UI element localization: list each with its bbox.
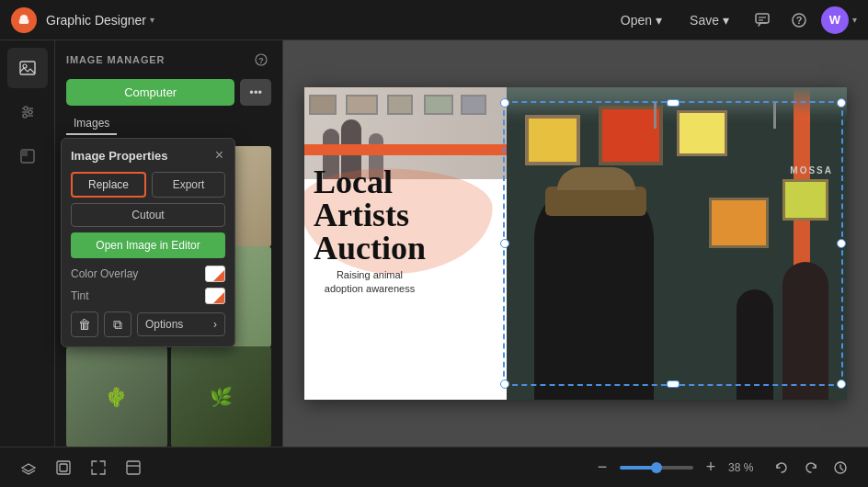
zoom-in-button[interactable]: + (699, 456, 723, 480)
svg-rect-19 (127, 461, 140, 474)
headline-line1: Local (314, 165, 426, 198)
image-thumb-5[interactable]: 🌵 (66, 346, 167, 447)
topbar-icons: ? W ▾ (748, 6, 857, 35)
bottom-right-icons (769, 455, 853, 481)
svg-point-12 (23, 114, 27, 118)
help-icon-button[interactable]: ? (784, 6, 814, 35)
timer-button[interactable] (828, 455, 853, 481)
zoom-slider[interactable] (620, 466, 693, 470)
svg-rect-18 (60, 464, 67, 471)
color-overlay-label: Color Overlay (71, 267, 138, 280)
options-label: Options (145, 318, 183, 331)
tint-row: Tint (71, 288, 225, 304)
open-editor-button[interactable]: Open Image in Editor (71, 232, 225, 258)
orange-bar (304, 144, 507, 155)
img-props-action-row: Replace Export (71, 172, 225, 198)
app-title-button[interactable]: Graphic Designer ▾ (46, 13, 154, 28)
subtitle-line1: Raising animal (314, 268, 426, 282)
sidebar-images-button[interactable] (7, 48, 48, 88)
frame-button[interactable] (50, 454, 77, 481)
image-thumb-6[interactable]: 🌿 (171, 346, 272, 447)
svg-rect-14 (21, 150, 28, 156)
subtitle-line2: adoption awareness (314, 282, 426, 296)
design-canvas: Local Artists Auction Raising animal ado… (304, 87, 847, 400)
duplicate-button[interactable]: ⧉ (104, 311, 131, 337)
svg-point-10 (24, 107, 28, 110)
svg-point-11 (29, 110, 32, 114)
design-right-image: MOSSA (507, 87, 847, 400)
panel-upload-row: Computer ••• (55, 75, 282, 113)
color-overlay-swatch[interactable] (205, 266, 225, 282)
save-label: Save (690, 13, 719, 28)
svg-text:?: ? (258, 56, 264, 65)
zoom-percent: 38 % (728, 461, 761, 474)
color-overlay-row: Color Overlay (71, 266, 225, 282)
layers-button[interactable] (15, 454, 42, 481)
app-title-chevron: ▾ (150, 15, 154, 25)
upload-computer-button[interactable]: Computer (66, 79, 234, 106)
options-chevron: › (213, 318, 217, 331)
replace-button[interactable]: Replace (71, 172, 146, 198)
panel-title: IMAGE MANAGER (66, 54, 165, 65)
images-tab[interactable]: Images (66, 113, 117, 135)
canvas-area: Local Artists Auction Raising animal ado… (283, 40, 868, 447)
upload-more-button[interactable]: ••• (240, 79, 271, 106)
open-menu-button[interactable]: Open ▾ (611, 9, 671, 31)
svg-rect-5 (20, 62, 35, 74)
img-props-title: Image Properties (71, 149, 168, 163)
cutout-button[interactable]: Cutout (71, 203, 225, 227)
expand-button[interactable] (120, 454, 147, 481)
img-props-header: Image Properties × (71, 148, 225, 163)
bottom-tools-row: 🗑 ⧉ Options › (71, 310, 225, 337)
save-chevron: ▾ (723, 13, 729, 28)
logo-icon (11, 7, 37, 33)
svg-rect-0 (756, 14, 769, 23)
tint-swatch[interactable] (205, 288, 225, 304)
svg-text:?: ? (796, 15, 803, 26)
user-chevron: ▾ (852, 15, 857, 25)
design-text-area: Local Artists Auction Raising animal ado… (314, 165, 426, 297)
zoom-out-button[interactable]: − (590, 456, 614, 480)
svg-rect-17 (57, 461, 70, 474)
design-headline: Local Artists Auction (314, 165, 426, 265)
gallery-scene: MOSSA (507, 87, 847, 400)
zoom-slider-thumb[interactable] (651, 462, 662, 473)
topbar: Graphic Designer ▾ Open ▾ Save ▾ ? W (0, 0, 868, 40)
open-label: Open (621, 13, 652, 28)
left-sidebar (0, 40, 55, 447)
design-subtitle: Raising animal adoption awareness (314, 268, 426, 297)
open-chevron: ▾ (656, 13, 662, 28)
redo-button[interactable] (798, 455, 824, 481)
fit-button[interactable] (85, 454, 112, 481)
app-title-label: Graphic Designer (46, 13, 146, 28)
sidebar-filter-button[interactable] (7, 136, 48, 176)
undo-button[interactable] (769, 455, 794, 481)
svg-point-6 (23, 64, 27, 68)
options-button[interactable]: Options › (137, 312, 225, 336)
zoom-controls: − + 38 % (590, 456, 761, 480)
image-properties-panel: Image Properties × Replace Export Cutout… (61, 138, 235, 347)
img-props-close-button[interactable]: × (213, 148, 225, 163)
tint-label: Tint (71, 289, 89, 302)
headline-line3: Auction (314, 232, 426, 265)
user-avatar-wrap[interactable]: W ▾ (821, 6, 857, 34)
save-menu-button[interactable]: Save ▾ (680, 9, 738, 31)
headline-line2: Artists (314, 198, 426, 232)
main-area: IMAGE MANAGER ? Computer ••• Images 🌵 (0, 40, 868, 447)
chat-icon-button[interactable] (748, 6, 777, 35)
delete-button[interactable]: 🗑 (71, 311, 98, 337)
bottombar: − + 38 % (0, 447, 868, 487)
user-avatar: W (821, 6, 849, 34)
panel-header: IMAGE MANAGER ? (55, 40, 282, 75)
design-left: Local Artists Auction Raising animal ado… (304, 87, 507, 400)
sidebar-adjust-button[interactable] (7, 92, 48, 132)
export-button[interactable]: Export (152, 172, 225, 198)
panel-help-button[interactable]: ? (251, 50, 271, 70)
